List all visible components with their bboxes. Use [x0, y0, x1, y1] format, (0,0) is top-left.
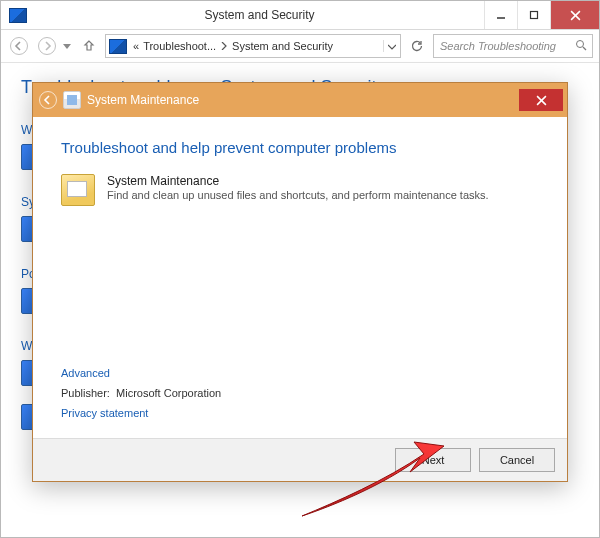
troubleshooter-item: System Maintenance Find and clean up unu… — [61, 174, 539, 206]
svg-line-7 — [583, 47, 586, 50]
search-icon — [570, 39, 592, 53]
wizard-footer: Next Cancel — [33, 438, 567, 481]
next-button[interactable]: Next — [395, 448, 471, 472]
svg-point-4 — [11, 38, 28, 55]
item-description: Find and clean up unused files and short… — [107, 189, 489, 201]
wizard-back-button[interactable] — [33, 83, 63, 117]
wizard-heading: Troubleshoot and help prevent computer p… — [61, 139, 539, 156]
breadcrumb-part-1[interactable]: Troubleshoot... — [141, 40, 218, 52]
address-dropdown[interactable] — [383, 40, 400, 52]
app-icon — [9, 8, 27, 23]
wizard-titlebar: System Maintenance — [33, 83, 567, 117]
breadcrumb-root[interactable]: « — [131, 40, 141, 52]
close-button[interactable] — [550, 1, 599, 29]
titlebar: System and Security — [1, 1, 599, 30]
maximize-button[interactable] — [517, 1, 550, 29]
wizard-icon — [63, 91, 81, 109]
minimize-button[interactable] — [484, 1, 517, 29]
toolbar: « Troubleshoot... System and Security Se… — [1, 30, 599, 63]
window-title: System and Security — [35, 8, 484, 22]
publisher-line: Publisher: Microsoft Corporation — [61, 387, 221, 399]
troubleshooter-wizard: System Maintenance Troubleshoot and help… — [32, 82, 568, 482]
address-icon — [109, 39, 127, 54]
nav-history-dropdown[interactable] — [63, 39, 73, 53]
svg-point-8 — [40, 92, 57, 109]
nav-back-button[interactable] — [7, 34, 31, 58]
chevron-right-icon — [218, 40, 230, 52]
svg-point-6 — [577, 41, 584, 48]
nav-up-button[interactable] — [77, 34, 101, 58]
nav-forward-button[interactable] — [35, 34, 59, 58]
search-placeholder: Search Troubleshooting — [434, 40, 570, 52]
advanced-link[interactable]: Advanced — [61, 367, 221, 379]
svg-point-5 — [39, 38, 56, 55]
publisher-value: Microsoft Corporation — [116, 387, 221, 399]
privacy-link[interactable]: Privacy statement — [61, 407, 221, 419]
caption-buttons — [484, 1, 599, 29]
wizard-body: Troubleshoot and help prevent computer p… — [33, 117, 567, 206]
wizard-links: Advanced Publisher: Microsoft Corporatio… — [61, 359, 221, 419]
refresh-button[interactable] — [405, 34, 429, 58]
item-title: System Maintenance — [107, 174, 489, 188]
wizard-title: System Maintenance — [87, 93, 199, 107]
search-box[interactable]: Search Troubleshooting — [433, 34, 593, 58]
wizard-close-button[interactable] — [519, 89, 563, 111]
address-bar[interactable]: « Troubleshoot... System and Security — [105, 34, 401, 58]
svg-rect-1 — [531, 12, 538, 19]
breadcrumb-part-2[interactable]: System and Security — [230, 40, 335, 52]
publisher-label: Publisher: — [61, 387, 110, 399]
cancel-button[interactable]: Cancel — [479, 448, 555, 472]
maintenance-icon — [61, 174, 95, 206]
